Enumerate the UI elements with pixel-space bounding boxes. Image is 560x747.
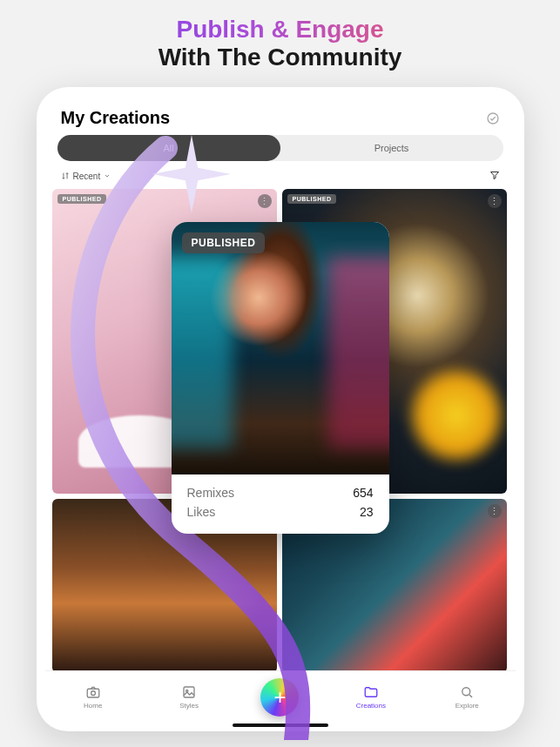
plus-icon: + xyxy=(273,685,286,710)
hero-line-1: Publish & Engage xyxy=(0,16,560,44)
status-badge: PUBLISHED xyxy=(287,194,337,204)
stat-label: Likes xyxy=(187,505,216,519)
nav-styles[interactable]: Styles xyxy=(165,684,213,710)
styles-icon xyxy=(181,684,197,700)
published-card[interactable]: PUBLISHED Remixes 654 Likes 23 xyxy=(172,222,389,534)
thumb-more-button[interactable]: ⋮ xyxy=(488,194,502,208)
svg-point-0 xyxy=(488,113,498,124)
nav-explore[interactable]: Explore xyxy=(442,684,491,710)
card-image: PUBLISHED xyxy=(172,222,389,474)
nav-label: Explore xyxy=(455,702,479,710)
tab-projects[interactable]: Projects xyxy=(280,135,503,161)
stat-likes: Likes 23 xyxy=(187,502,374,522)
filter-icon xyxy=(489,170,500,180)
hero-heading: Publish & Engage With The Community xyxy=(0,0,560,78)
status-badge: PUBLISHED xyxy=(57,194,107,204)
camera-icon xyxy=(85,684,101,700)
svg-rect-1 xyxy=(87,689,99,697)
sort-icon xyxy=(61,172,70,180)
thumb-more-button[interactable]: ⋮ xyxy=(258,194,272,208)
create-fab[interactable]: + xyxy=(260,678,299,717)
segment-control: All Projects xyxy=(57,135,503,161)
nav-label: Home xyxy=(84,702,102,710)
nav-label: Creations xyxy=(356,702,386,710)
stat-label: Remixes xyxy=(187,486,234,500)
filter-button[interactable] xyxy=(489,168,500,184)
sort-button[interactable]: Recent xyxy=(61,172,111,181)
stat-value: 654 xyxy=(353,486,373,500)
hero-line-2: With The Community xyxy=(0,44,560,71)
card-stats: Remixes 654 Likes 23 xyxy=(172,474,389,534)
thumb-more-button[interactable]: ⋮ xyxy=(488,504,502,518)
svg-point-2 xyxy=(91,691,95,696)
card-status-badge: PUBLISHED xyxy=(182,232,266,253)
home-indicator xyxy=(233,723,328,727)
tab-all[interactable]: All xyxy=(57,135,280,161)
nav-home[interactable]: Home xyxy=(69,684,118,710)
screen-header: My Creations xyxy=(45,96,516,135)
sort-filter-row: Recent xyxy=(45,161,516,189)
folder-icon xyxy=(363,684,379,700)
page-title: My Creations xyxy=(61,108,171,128)
nav-label: Styles xyxy=(179,702,199,710)
stat-remixes: Remixes 654 xyxy=(187,483,374,502)
sort-label: Recent xyxy=(73,172,101,181)
chevron-down-icon xyxy=(104,172,111,179)
select-icon[interactable] xyxy=(486,111,500,125)
svg-rect-3 xyxy=(184,687,194,697)
search-icon xyxy=(459,684,475,700)
nav-creations[interactable]: Creations xyxy=(347,684,395,710)
svg-point-5 xyxy=(462,688,470,696)
bottom-toolbar: Home Styles + Creations Explore xyxy=(45,670,516,723)
stat-value: 23 xyxy=(360,505,374,519)
